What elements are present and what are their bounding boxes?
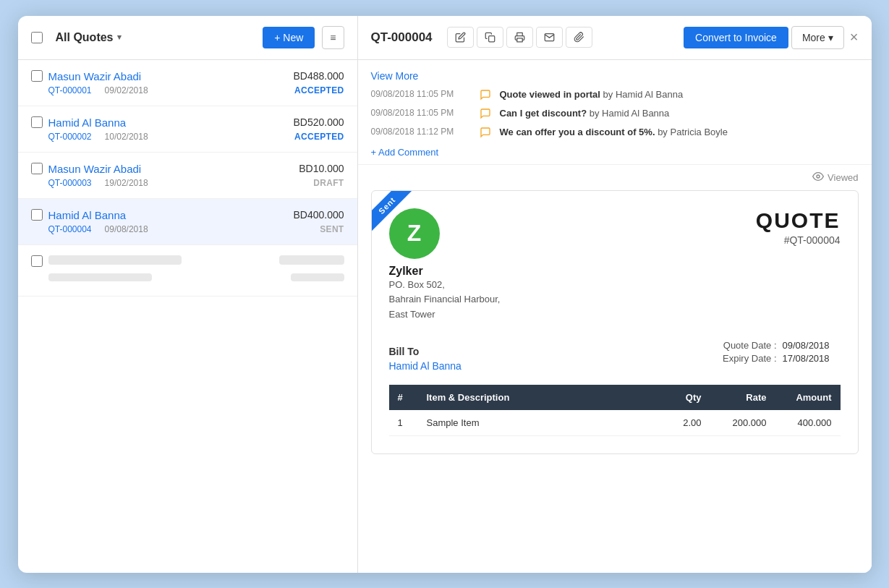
quote-date-row: Quote Date : 09/08/2018 [712,340,841,351]
bill-to-label: Bill To [389,346,461,357]
comment-icon [480,127,493,140]
row-amount: 400.000 [775,410,841,436]
doc-top: Z Zylker PO. Box 502, Bahrain Financial … [389,208,841,323]
row-rate: 200.000 [710,410,775,436]
comment-icon [480,108,493,121]
doc-title: QUOTE [756,208,841,233]
quote-date: 09/08/2018 [105,224,148,234]
quote-customer-name: Masun Wazir Abadi [48,163,142,175]
quote-date-label: Quote Date : [712,340,777,351]
table-section: # Item & Description Qty Rate Amount 1 S… [389,385,841,436]
list-view-button[interactable]: ≡ [322,26,344,49]
col-header-qty: Qty [652,385,710,410]
viewed-row: Viewed [358,165,872,190]
header-right-actions: Convert to Invoice More ▾ × [681,26,858,49]
quote-customer-name: Hamid Al Banna [48,209,127,221]
expiry-date-row: Expiry Date : 17/08/2018 [712,353,841,364]
quote-amount: BD488.000 [293,70,344,82]
col-header-rate: Rate [710,385,775,410]
right-header: QT-000004 Convert to Invoi [358,16,872,60]
copy-button[interactable] [477,27,503,48]
activity-text: Quote viewed in portal by Hamid Al Banna [500,89,859,100]
svg-rect-0 [488,36,494,42]
quote-document: Sent Z Zylker PO. Box 502, Bahrain Finan… [371,190,859,454]
quote-id: QT-000003 [48,178,92,188]
list-item[interactable]: Masun Wazir Abadi BD488.000 QT-000001 09… [18,60,357,106]
row-num: 1 [389,410,418,436]
address-line-2: Bahrain Financial Harbour, [389,294,501,304]
email-button[interactable] [536,27,563,48]
convert-to-invoice-button[interactable]: Convert to Invoice [684,27,788,48]
quote-date-value: 09/08/2018 [783,340,841,351]
quote-amount: BD10.000 [299,163,344,174]
company-name: Zylker [389,265,501,278]
status-badge: SENT [320,224,344,234]
address-line-3: East Tower [389,309,435,320]
expiry-date-label: Expiry Date : [712,353,777,364]
chevron-down-icon[interactable]: ▾ [117,33,122,42]
doc-title-area: QUOTE #QT-000004 [756,208,841,246]
quote-id: QT-000001 [48,85,92,95]
status-badge: DRAFT [313,178,344,188]
comment-icon [480,89,493,102]
activity-date: 09/08/2018 11:12 PM [371,127,472,137]
edit-button[interactable] [447,27,474,48]
quote-date: 10/02/2018 [105,132,148,142]
detail-quote-number: QT-000004 [371,30,433,45]
list-item[interactable]: Hamid Al Banna BD520.000 QT-000002 10/02… [18,106,357,153]
company-address: PO. Box 502, Bahrain Financial Harbour, … [389,278,501,323]
quote-list: Masun Wazir Abadi BD488.000 QT-000001 09… [18,60,357,573]
left-header: All Quotes ▾ + New ≡ [18,16,357,60]
quote-date: 09/02/2018 [105,85,148,95]
activity-date: 09/08/2018 11:05 PM [371,89,472,99]
list-item[interactable]: Hamid Al Banna BD400.000 QT-000004 09/08… [18,199,357,245]
invoice-table: # Item & Description Qty Rate Amount 1 S… [389,385,841,436]
activity-text: Can I get discount? by Hamid Al Banna [500,108,859,119]
col-header-desc: Item & Description [418,385,652,410]
right-panel: QT-000004 Convert to Invoi [358,16,872,573]
quote-checkbox[interactable] [31,163,43,174]
close-button[interactable]: × [850,29,859,46]
quote-checkbox[interactable] [31,70,43,82]
row-qty: 2.00 [652,410,710,436]
list-item [18,245,357,297]
quote-checkbox[interactable] [31,209,43,221]
more-label: More [802,32,825,43]
quote-amount: BD520.000 [293,116,344,128]
bill-section: Bill To Hamid Al Banna [389,346,461,372]
list-item[interactable]: Masun Wazir Abadi BD10.000 QT-000003 19/… [18,153,357,199]
doc-number: #QT-000004 [756,234,841,246]
activity-text: We can offer you a discount of 5%. by Pa… [500,127,859,137]
quote-customer-name: Hamid Al Banna [48,116,127,129]
viewed-label: Viewed [828,172,858,183]
chevron-down-icon: ▾ [828,32,833,43]
select-all-checkbox[interactable] [31,32,43,43]
more-button[interactable]: More ▾ [791,26,844,49]
quote-amount: BD400.000 [293,209,344,221]
dates-section: Quote Date : 09/08/2018 Expiry Date : 17… [712,340,841,364]
eye-icon [812,171,824,184]
quote-checkbox[interactable] [31,255,43,267]
attachment-button[interactable] [566,27,592,48]
app-container: All Quotes ▾ + New ≡ Masun Wazir Abadi B… [18,16,872,573]
left-panel: All Quotes ▾ + New ≡ Masun Wazir Abadi B… [18,16,358,573]
quote-id: QT-000004 [48,224,92,234]
activity-date: 09/08/2018 11:05 PM [371,108,472,118]
all-quotes-label: All Quotes [56,31,114,44]
status-badge: ACCEPTED [294,85,344,95]
col-header-amount: Amount [775,385,841,410]
quote-date: 19/02/2018 [105,178,148,188]
address-line-1: PO. Box 502, [389,279,445,290]
quote-customer-name: Masun Wazir Abadi [48,70,142,82]
quotes-title: All Quotes ▾ [56,31,122,44]
quote-id: QT-000002 [48,132,92,142]
add-comment-button[interactable]: + Add Comment [371,147,439,158]
svg-point-2 [817,175,820,178]
bill-to-name[interactable]: Hamid Al Banna [389,360,461,372]
doc-meta-row: Bill To Hamid Al Banna Quote Date : 09/0… [389,334,841,372]
new-button[interactable]: + New [263,27,315,48]
view-more-link[interactable]: View More [371,70,859,82]
expiry-date-value: 17/08/2018 [783,353,841,364]
print-button[interactable] [506,27,533,48]
quote-checkbox[interactable] [31,116,43,128]
